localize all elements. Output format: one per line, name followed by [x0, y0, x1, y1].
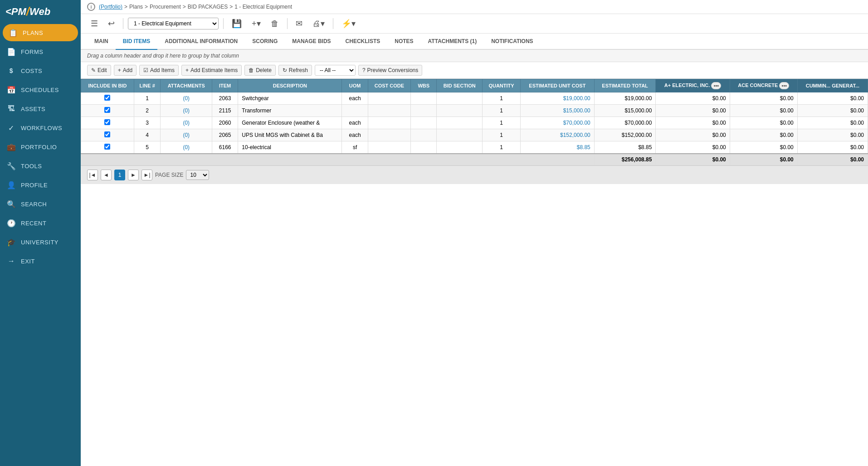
- delete-row-button[interactable]: 🗑 Delete: [244, 65, 276, 76]
- col-header-quantity[interactable]: QUANTITY: [483, 79, 521, 92]
- cell-attachments[interactable]: (0): [161, 117, 212, 129]
- col-header-wbs[interactable]: WBS: [411, 79, 437, 92]
- col-header-vendor3[interactable]: CUMMIN... GENERAT...: [797, 79, 868, 92]
- col-header-vendor1[interactable]: A+ ELECTRIC, INC. •••: [656, 79, 730, 92]
- sidebar-item-plans[interactable]: 📋 PLANS: [3, 24, 78, 41]
- sidebar-item-recent-label: RECENT: [21, 220, 46, 227]
- sidebar-item-workflows[interactable]: ✓ WORKFLOWS: [0, 118, 81, 137]
- preview-conversions-button[interactable]: ? Preview Conversions: [358, 65, 422, 76]
- col-header-cost-code[interactable]: COST CODE: [368, 79, 410, 92]
- include-checkbox[interactable]: [104, 107, 110, 113]
- next-page-button[interactable]: ►: [128, 170, 139, 180]
- table-row[interactable]: 1 (0) 2063 Switchgear each 1 $19,000.00 …: [81, 92, 868, 105]
- assets-icon: 🏗: [6, 104, 16, 114]
- workflow-button[interactable]: ⚡▾: [338, 17, 359, 30]
- record-selector[interactable]: 1 - Electrical Equipment: [128, 18, 219, 29]
- print-button[interactable]: 🖨▾: [309, 17, 328, 30]
- col-header-line[interactable]: LINE #: [134, 79, 161, 92]
- filter-select[interactable]: -- All -- Active Inactive: [315, 65, 356, 76]
- col-header-attachments[interactable]: ATTACHMENTS: [161, 79, 212, 92]
- table-row[interactable]: 2 (0) 2115 Transformer 1 $15,000.00 $15,…: [81, 105, 868, 117]
- cell-estimated-unit-cost[interactable]: $15,000.00: [520, 105, 594, 117]
- include-checkbox[interactable]: [104, 95, 110, 101]
- col-header-estimated-unit-cost[interactable]: ESTIMATED UNIT COST: [520, 79, 594, 92]
- page-size-select[interactable]: 10 25 50 100: [186, 170, 209, 180]
- col-header-item[interactable]: ITEM: [212, 79, 238, 92]
- col-header-description[interactable]: DESCRIPTION: [238, 79, 342, 92]
- cell-attachments[interactable]: (0): [161, 105, 212, 117]
- tab-main[interactable]: MAIN: [87, 34, 116, 50]
- add-record-button[interactable]: +▾: [248, 17, 264, 30]
- col-header-estimated-total[interactable]: ESTIMATED TOTAL: [594, 79, 656, 92]
- record-select-dropdown[interactable]: 1 - Electrical Equipment: [128, 18, 218, 29]
- cell-attachments[interactable]: (0): [161, 129, 212, 141]
- sidebar-item-exit[interactable]: → EXIT: [0, 252, 81, 271]
- cell-wbs: [411, 92, 437, 105]
- tab-additional-info[interactable]: ADDITIONAL INFORMATION: [157, 34, 245, 50]
- undo-button[interactable]: ↩: [104, 17, 118, 30]
- first-page-button[interactable]: |◄: [87, 170, 98, 180]
- cell-attachments[interactable]: (0): [161, 141, 212, 154]
- refresh-button[interactable]: ↻ Refresh: [278, 65, 312, 76]
- sidebar-item-recent[interactable]: 🕐 RECENT: [0, 214, 81, 233]
- cell-estimated-unit-cost[interactable]: $70,000.00: [520, 117, 594, 129]
- cell-estimated-total: $8.85: [594, 141, 656, 154]
- sidebar-item-profile[interactable]: 👤 PROFILE: [0, 175, 81, 194]
- sidebar-item-costs[interactable]: $ COSTS: [0, 61, 81, 80]
- add-estimate-button[interactable]: + Add Estimate Items: [181, 65, 242, 76]
- tab-bid-items[interactable]: BID ITEMS: [116, 34, 158, 50]
- include-checkbox[interactable]: [104, 131, 110, 137]
- col-header-uom[interactable]: UOM: [342, 79, 368, 92]
- table-row[interactable]: 4 (0) 2065 UPS Unit MGS with Cabinet & B…: [81, 129, 868, 141]
- sidebar-item-tools[interactable]: 🔧 TOOLS: [0, 156, 81, 175]
- delete-record-button[interactable]: 🗑: [267, 17, 283, 30]
- email-button[interactable]: ✉: [292, 17, 306, 30]
- breadcrumb-portfolio[interactable]: (Portfolio): [99, 4, 122, 10]
- sidebar-item-forms[interactable]: 📄 FORMS: [0, 42, 81, 61]
- app-logo: <PM / Web: [0, 0, 81, 23]
- vendor1-more-btn[interactable]: •••: [711, 82, 721, 89]
- breadcrumb-bid-packages: BID PACKAGES: [188, 4, 228, 10]
- last-page-button[interactable]: ►|: [141, 170, 152, 180]
- col-header-bid-section[interactable]: BID SECTION: [437, 79, 483, 92]
- list-view-button[interactable]: ☰: [87, 17, 102, 30]
- vendor2-more-btn[interactable]: •••: [779, 82, 789, 89]
- sidebar-item-university[interactable]: 🎓 UNIVERSITY: [0, 233, 81, 252]
- save-button[interactable]: 💾: [228, 17, 245, 30]
- cell-include[interactable]: [81, 141, 134, 154]
- tab-notifications[interactable]: NOTIFICATIONS: [484, 34, 540, 50]
- include-checkbox[interactable]: [104, 144, 110, 150]
- sidebar-item-search[interactable]: 🔍 SEARCH: [0, 194, 81, 214]
- cell-estimated-unit-cost[interactable]: $152,000.00: [520, 129, 594, 141]
- add-items-button[interactable]: ☑ Add Items: [139, 65, 179, 76]
- tab-notes[interactable]: NOTES: [387, 34, 420, 50]
- cell-attachments[interactable]: (0): [161, 92, 212, 105]
- cell-wbs: [411, 105, 437, 117]
- tab-checklists[interactable]: CHECKLISTS: [338, 34, 388, 50]
- prev-page-button[interactable]: ◄: [101, 170, 112, 180]
- add-button[interactable]: + Add: [114, 65, 137, 76]
- cell-estimated-total: $152,000.00: [594, 129, 656, 141]
- cell-include[interactable]: [81, 117, 134, 129]
- cell-estimated-unit-cost[interactable]: $19,000.00: [520, 92, 594, 105]
- table-row[interactable]: 5 (0) 6166 10-electrical sf 1 $8.85 $8.8…: [81, 141, 868, 154]
- sidebar-item-assets[interactable]: 🏗 ASSETS: [0, 99, 81, 118]
- cell-estimated-unit-cost[interactable]: $8.85: [520, 141, 594, 154]
- current-page-button[interactable]: 1: [114, 170, 125, 180]
- cell-include[interactable]: [81, 105, 134, 117]
- edit-button[interactable]: ✎ Edit: [87, 65, 111, 76]
- cell-cost-code: [368, 129, 410, 141]
- cell-description: Switchgear: [238, 92, 342, 105]
- sidebar-item-portfolio[interactable]: 💼 PORTFOLIO: [0, 137, 81, 156]
- col-header-vendor2[interactable]: ACE CONCRETE •••: [730, 79, 797, 92]
- cell-include[interactable]: [81, 92, 134, 105]
- sidebar-item-schedules[interactable]: 📅 SCHEDULES: [0, 80, 81, 99]
- search-icon: 🔍: [6, 199, 16, 209]
- table-row[interactable]: 3 (0) 2060 Generator Enclosure (weather …: [81, 117, 868, 129]
- tab-attachments[interactable]: ATTACHMENTS (1): [421, 34, 484, 50]
- info-icon[interactable]: i: [87, 3, 95, 11]
- tab-manage-bids[interactable]: MANAGE BIDS: [285, 34, 338, 50]
- tab-scoring[interactable]: SCORING: [245, 34, 285, 50]
- include-checkbox[interactable]: [104, 119, 110, 125]
- cell-include[interactable]: [81, 129, 134, 141]
